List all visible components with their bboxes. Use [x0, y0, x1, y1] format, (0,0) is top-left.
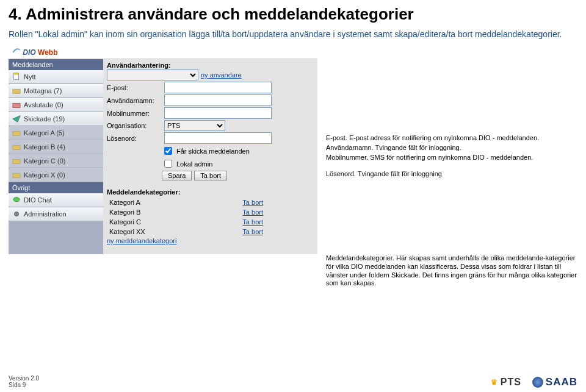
- cat-name: Kategori XX: [108, 227, 205, 236]
- sidebar-cat-a[interactable]: Kategori A (5): [9, 126, 103, 140]
- chk-skicka-label: Får skicka meddelanden: [176, 148, 250, 155]
- sidebar-item-admin[interactable]: Administration: [9, 207, 103, 221]
- svg-rect-3: [13, 104, 20, 108]
- gear-icon: [12, 210, 21, 218]
- svg-rect-4: [13, 132, 20, 136]
- epost-label: E-post:: [107, 84, 162, 91]
- logo-text-b: Webb: [38, 48, 57, 57]
- chk-admin[interactable]: [164, 160, 172, 168]
- sidebar-cat-x[interactable]: Kategori X (0): [9, 168, 103, 182]
- closed-icon: [12, 101, 21, 109]
- svg-rect-6: [13, 160, 20, 164]
- footer: Version 2.0 Sida 9 ♛PTS SAAB: [9, 375, 577, 388]
- anvandarnamn-input[interactable]: [164, 94, 272, 106]
- cat-table: Kategori ATa bort Kategori BTa bort Kate…: [107, 197, 266, 237]
- sidebar-label: Avslutade (0): [24, 101, 63, 109]
- anvandarnamn-label: Användarnamn:: [107, 97, 162, 104]
- epost-input[interactable]: [164, 82, 272, 93]
- pts-logo: ♛PTS: [491, 377, 521, 388]
- folder-icon: [12, 129, 21, 137]
- table-row: Kategori BTa bort: [108, 208, 264, 216]
- losen-label: Lösenord:: [107, 135, 162, 142]
- table-row: Kategori CTa bort: [108, 218, 264, 226]
- folder-icon: [12, 157, 21, 165]
- losen-input[interactable]: [164, 132, 272, 144]
- svg-rect-7: [13, 174, 20, 178]
- svg-rect-1: [14, 73, 19, 75]
- sidebar-label: Kategori B (4): [24, 143, 65, 151]
- table-row: Kategori ATa bort: [108, 198, 264, 207]
- annotations: E-post. E-post adress för notifiering om…: [326, 134, 580, 289]
- chat-icon: [12, 196, 21, 204]
- sent-icon: [12, 115, 21, 123]
- delete-button[interactable]: Ta bort: [194, 171, 227, 180]
- org-label: Organisation:: [107, 122, 162, 129]
- cat-delete-link[interactable]: Ta bort: [242, 208, 263, 216]
- new-user-link[interactable]: ny användare: [201, 71, 242, 79]
- chk-admin-label: Lokal admin: [176, 160, 212, 168]
- ann-mobil: Mobilnummer. SMS för notifiering om nyin…: [326, 154, 580, 162]
- chk-skicka[interactable]: [164, 147, 172, 155]
- ann-epost: E-post. E-post adress för notifiering om…: [326, 134, 580, 143]
- sidebar-cat-c[interactable]: Kategori C (0): [9, 154, 103, 168]
- sidebar-label: Skickade (19): [24, 115, 65, 123]
- cat-delete-link[interactable]: Ta bort: [242, 218, 263, 226]
- cat-delete-link[interactable]: Ta bort: [242, 199, 263, 206]
- cat-name: Kategori A: [108, 198, 205, 207]
- sidebar-label: Kategori A (5): [24, 129, 65, 137]
- save-button[interactable]: Spara: [162, 171, 192, 180]
- sidebar-item-avslutade[interactable]: Avslutade (0): [9, 98, 103, 112]
- table-row: Kategori XXTa bort: [108, 227, 264, 236]
- logo-text-a: DIO: [23, 48, 35, 57]
- document-icon: [12, 73, 21, 81]
- svg-point-8: [13, 198, 20, 202]
- logo-bar: DIO Webb: [9, 45, 317, 59]
- footer-sida: Sida 9: [9, 382, 39, 388]
- sidebar-label: Administration: [24, 210, 67, 218]
- svg-rect-5: [13, 146, 20, 150]
- cat-name: Kategori B: [108, 208, 205, 216]
- sidebar-label: Mottagna (7): [24, 87, 62, 94]
- sidebar-label: Kategori C (0): [24, 157, 65, 165]
- ann-losen: Lösenord. Tvingande fält för inloggning: [326, 170, 580, 179]
- sidebar-cat-b[interactable]: Kategori B (4): [9, 140, 103, 154]
- main-title: Användarhantering:: [107, 62, 171, 69]
- sidebar-header-ovrigt: Övrigt: [9, 182, 103, 193]
- user-select[interactable]: [107, 69, 198, 80]
- ann-kategorier: Meddelandekategorier. Här skapas samt un…: [326, 254, 580, 288]
- sidebar-item-skickade[interactable]: Skickade (19): [9, 112, 103, 126]
- page-heading: 4. Administrera användare och meddelande…: [9, 5, 586, 24]
- sidebar-label: Kategori X (0): [24, 171, 65, 179]
- main-panel: Användarhantering: ny användare E-post: …: [103, 59, 317, 254]
- inbox-icon: [12, 87, 21, 95]
- sidebar: Meddelanden Nytt Mottagna (7) Avslutade …: [9, 59, 103, 254]
- sidebar-item-chat[interactable]: DIO Chat: [9, 193, 103, 207]
- svg-rect-2: [13, 90, 20, 94]
- folder-icon: [12, 171, 21, 179]
- org-select[interactable]: PTS: [164, 120, 225, 131]
- folder-icon: [12, 143, 21, 151]
- crown-icon: ♛: [491, 378, 498, 387]
- globe-icon: [532, 377, 543, 388]
- sidebar-label: DIO Chat: [24, 196, 52, 204]
- swoosh-icon: [12, 46, 21, 55]
- mobil-label: Mobilnummer:: [107, 110, 162, 117]
- mobil-input[interactable]: [164, 107, 272, 119]
- sidebar-header-meddelanden: Meddelanden: [9, 59, 103, 70]
- cat-title: Meddelandekategorier:: [107, 188, 180, 196]
- footer-version: Version 2.0: [9, 375, 39, 382]
- app-screenshot: DIO Webb Meddelanden Nytt Mottagna (7) A…: [9, 45, 317, 254]
- intro-text: Rollen "Lokal admin" kan inom sin organi…: [9, 29, 577, 40]
- svg-point-9: [15, 212, 19, 216]
- sidebar-item-nytt[interactable]: Nytt: [9, 70, 103, 84]
- ann-anvnamn: Användarnamn. Tvingande fält för inloggn…: [326, 144, 580, 152]
- saab-logo: SAAB: [532, 376, 577, 388]
- new-cat-link[interactable]: ny meddelandekategori: [107, 237, 176, 244]
- cat-delete-link[interactable]: Ta bort: [242, 228, 263, 235]
- sidebar-item-mottagna[interactable]: Mottagna (7): [9, 84, 103, 98]
- cat-name: Kategori C: [108, 218, 205, 226]
- sidebar-label: Nytt: [24, 73, 36, 80]
